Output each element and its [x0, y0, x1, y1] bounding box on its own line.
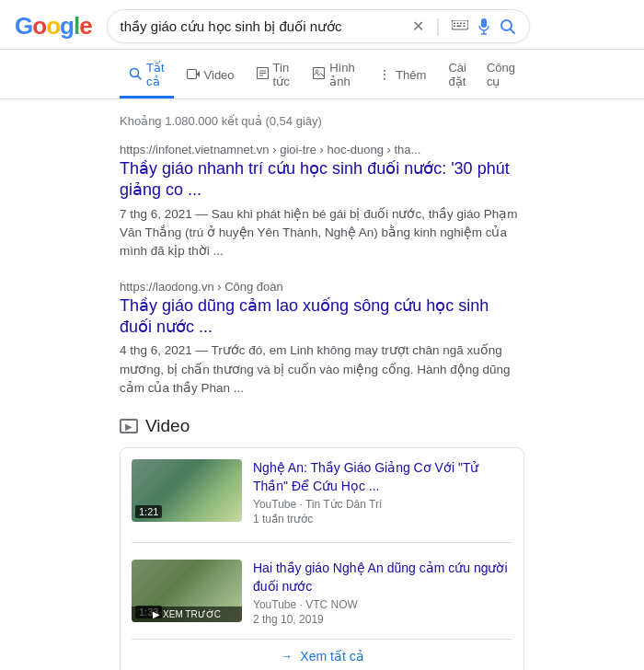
svg-point-22 [316, 70, 318, 73]
video-thumb-1[interactable]: 1:21 [132, 459, 242, 522]
more-nav-icon: ⋮ [378, 67, 391, 82]
search-submit-icon[interactable] [500, 18, 516, 35]
svg-rect-6 [456, 25, 461, 27]
video-list: 1:21 Nghệ An: Thầy Giáo Giảng Cơ Với "Tử… [120, 447, 524, 670]
video-date-1: 1 tuần trước [253, 513, 512, 526]
nav-cai-dat-label: Cài đặt [448, 61, 466, 88]
result-desc-2: 4 thg 6, 2021 — Trước đó, em Linh không … [120, 341, 524, 398]
svg-line-12 [510, 29, 514, 33]
google-logo: Google [15, 12, 92, 40]
mic-icon[interactable] [477, 18, 490, 35]
search-nav-icon [129, 67, 142, 83]
video-section: ▶ Video 1:21 Nghệ An: Thầy Giáo Giảng Cơ… [120, 416, 524, 670]
nav-cong-cu[interactable]: Công cụ [477, 53, 524, 98]
nav-tat-ca[interactable]: Tất cả [120, 53, 174, 98]
nav-video-label: Video [204, 68, 235, 82]
nav-right: Cài đặt Công cụ [439, 53, 524, 98]
svg-rect-2 [456, 22, 458, 24]
nav-them-label: Thêm [396, 68, 426, 82]
video-thumb-2[interactable]: 1:33 ▶ XEM TRƯỚC [132, 560, 242, 622]
nav-cong-cu-label: Công cụ [487, 61, 515, 88]
svg-rect-8 [481, 18, 487, 28]
video-item-1: 1:21 Nghệ An: Thầy Giáo Giảng Cơ Với "Tử… [132, 459, 512, 526]
result-desc-1: 7 thg 6, 2021 — Sau khi phát hiện bé gái… [120, 205, 524, 261]
news-nav-icon [257, 67, 269, 82]
svg-rect-5 [454, 25, 455, 27]
clear-icon[interactable]: ✕ [412, 17, 424, 35]
video-divider [132, 542, 512, 543]
video-section-title: Video [145, 416, 190, 436]
video-nav-icon [187, 67, 200, 82]
result-url-1: https://infonet.vietnamnet.vn › gioi-tre… [120, 143, 524, 156]
arrow-right-icon: → [280, 649, 293, 664]
search-result-1: https://infonet.vietnamnet.vn › gioi-tre… [120, 143, 524, 261]
video-watch-label-2: ▶ XEM TRƯỚC [132, 606, 242, 622]
svg-line-14 [137, 75, 141, 79]
video-info-1: Nghệ An: Thầy Giáo Giảng Cơ Với "Tử Thần… [253, 459, 512, 526]
nav-hinh-anh[interactable]: Hình ảnh [304, 53, 365, 98]
search-result-2: https://laodong.vn › Công đoàn Thầy giáo… [120, 280, 524, 399]
nav-bar: Tất cả Video Tin tức Hình ảnh ⋮ Thêm Cài… [0, 50, 644, 99]
result-count: Khoảng 1.080.000 kết quả (0,54 giây) [120, 114, 524, 128]
video-section-header: ▶ Video [120, 416, 524, 436]
video-date-2: 2 thg 10, 2019 [253, 613, 512, 626]
header: Google ✕ | [0, 0, 644, 50]
video-source-1: YouTube · Tin Tức Dân Trí [253, 498, 512, 511]
svg-rect-7 [463, 25, 465, 27]
nav-tat-ca-label: Tất cả [146, 61, 165, 88]
svg-rect-21 [314, 68, 325, 79]
keyboard-icon[interactable] [452, 20, 468, 33]
svg-rect-15 [187, 70, 196, 79]
svg-rect-3 [460, 22, 462, 24]
video-info-2: Hai thầy giáo Nghệ An dũng cảm cứu người… [253, 560, 512, 626]
video-duration-1: 1:21 [135, 505, 162, 518]
video-item-2: 1:33 ▶ XEM TRƯỚC Hai thầy giáo Nghệ An d… [132, 560, 512, 626]
video-section-icon: ▶ [120, 419, 138, 433]
nav-hinh-anh-label: Hình ảnh [329, 61, 356, 88]
nav-tin-tuc-label: Tin tức [273, 61, 292, 88]
svg-rect-1 [454, 22, 455, 24]
search-icons: ✕ | [412, 16, 515, 37]
result-title-1[interactable]: Thầy giáo nhanh trí cứu học sinh đuối nư… [120, 158, 524, 202]
nav-cai-dat[interactable]: Cài đặt [439, 53, 476, 98]
result-title-2[interactable]: Thầy giáo dũng cảm lao xuống sông cứu họ… [120, 295, 524, 339]
search-input[interactable] [121, 18, 406, 34]
video-title-1[interactable]: Nghệ An: Thầy Giáo Giảng Cơ Với "Tử Thần… [253, 459, 512, 495]
nav-video[interactable]: Video [178, 60, 244, 92]
see-all-button[interactable]: → Xem tất cả [132, 639, 512, 670]
video-source-2: YouTube · VTC NOW [253, 598, 512, 611]
nav-tin-tuc[interactable]: Tin tức [247, 53, 301, 98]
images-nav-icon [313, 67, 325, 82]
search-bar: ✕ | [107, 9, 530, 43]
svg-rect-4 [463, 22, 465, 24]
content: Khoảng 1.080.000 kết quả (0,54 giây) htt… [0, 99, 644, 670]
result-url-2: https://laodong.vn › Công đoàn [120, 280, 524, 294]
nav-them[interactable]: ⋮ Thêm [369, 60, 435, 92]
svg-rect-0 [452, 20, 468, 29]
see-all-label: Xem tất cả [300, 649, 363, 664]
video-title-2[interactable]: Hai thầy giáo Nghệ An dũng cảm cứu người… [253, 560, 512, 595]
